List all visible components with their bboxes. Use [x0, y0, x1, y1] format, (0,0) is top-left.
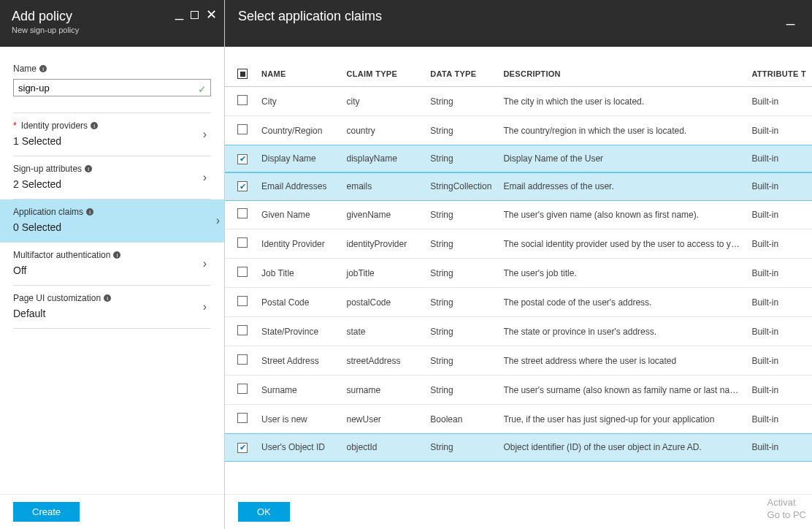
cell-description: Email addresses of the user. — [497, 172, 746, 200]
section-value: Default — [13, 308, 211, 319]
row-checkbox[interactable] — [237, 154, 248, 164]
table-row[interactable]: State/ProvincestateStringThe state or pr… — [225, 317, 812, 346]
section-label-text: Sign-up attributes — [13, 164, 82, 174]
section-label: Application claimsi — [13, 207, 211, 217]
section-label: *Identity providersi — [13, 121, 211, 131]
row-checkbox[interactable] — [237, 384, 248, 394]
col-claim-type[interactable]: CLAIM TYPE — [341, 61, 425, 87]
cell-name: City — [256, 87, 340, 116]
col-data-type[interactable]: DATA TYPE — [424, 61, 497, 87]
table-row[interactable]: SurnamesurnameStringThe user's surname (… — [225, 376, 812, 405]
cell-name: Street Address — [256, 346, 340, 376]
chevron-right-icon: › — [203, 257, 207, 270]
table-row[interactable]: User's Object IDobjectIdStringObject ide… — [225, 434, 812, 462]
row-checkbox[interactable] — [237, 181, 248, 191]
cell-description: The postal code of the user's address. — [497, 288, 746, 317]
left-panel-footer: Create — [0, 494, 224, 529]
table-row[interactable]: Job TitlejobTitleStringThe user's job ti… — [225, 259, 812, 288]
minimize-icon[interactable]: _ — [786, 9, 794, 26]
table-row[interactable]: Street AddressstreetAddressStringThe str… — [225, 346, 812, 376]
cell-data-type: String — [424, 434, 497, 462]
row-checkbox[interactable] — [237, 208, 248, 218]
table-row[interactable]: Email AddressesemailsStringCollectionEma… — [225, 172, 812, 200]
info-icon[interactable]: i — [85, 165, 92, 172]
cell-data-type: String — [424, 259, 497, 288]
minimize-icon[interactable]: _ — [175, 4, 183, 19]
ok-button[interactable]: OK — [238, 502, 290, 522]
name-input[interactable] — [13, 79, 211, 96]
section-label: Page UI customizationi — [13, 293, 211, 303]
cell-data-type: String — [424, 346, 497, 376]
table-row[interactable]: Country/RegioncountryStringThe country/r… — [225, 116, 812, 145]
section-label-text: Application claims — [13, 207, 83, 217]
name-field-label: Name i — [13, 64, 47, 74]
info-icon[interactable]: i — [39, 65, 47, 72]
row-checkbox[interactable] — [237, 237, 248, 248]
cell-attribute: Built-in — [746, 229, 812, 259]
cell-description: The social identity provider used by the… — [497, 229, 746, 259]
section-item[interactable]: Sign-up attributesi2 Selected› — [13, 156, 211, 199]
table-row[interactable]: Identity ProvideridentityProviderStringT… — [225, 229, 812, 259]
cell-description: The state or province in user's address. — [497, 317, 746, 346]
select-all-checkbox[interactable] — [237, 69, 248, 79]
cell-claim-type: objectId — [341, 434, 425, 462]
row-checkbox[interactable] — [237, 296, 248, 306]
table-row[interactable]: User is newnewUserBooleanTrue, if the us… — [225, 405, 812, 434]
col-attribute[interactable]: ATTRIBUTE T — [746, 61, 812, 87]
cell-attribute: Built-in — [746, 116, 812, 145]
row-checkbox[interactable] — [237, 443, 248, 453]
table-row[interactable]: Display NamedisplayNameStringDisplay Nam… — [225, 145, 812, 173]
col-description[interactable]: DESCRIPTION — [497, 61, 746, 87]
cell-claim-type: identityProvider — [341, 229, 425, 259]
cell-attribute: Built-in — [746, 145, 812, 173]
close-icon[interactable]: ✕ — [206, 8, 217, 21]
section-item[interactable]: Multifactor authenticationiOff› — [13, 243, 211, 286]
table-row[interactable]: Given NamegivenNameStringThe user's give… — [225, 200, 812, 229]
cell-claim-type: state — [341, 317, 425, 346]
cell-description: The city in which the user is located. — [497, 87, 746, 116]
row-checkbox[interactable] — [237, 267, 248, 277]
cell-name: User's Object ID — [256, 434, 340, 462]
row-checkbox[interactable] — [237, 325, 248, 335]
row-checkbox[interactable] — [237, 95, 248, 105]
section-value: 1 Selected — [13, 135, 211, 147]
cell-data-type: String — [424, 317, 497, 346]
cell-claim-type: postalCode — [341, 288, 425, 317]
required-asterisk: * — [13, 121, 17, 131]
create-button[interactable]: Create — [13, 502, 80, 522]
cell-name: Country/Region — [256, 116, 340, 145]
cell-claim-type: emails — [341, 172, 425, 200]
cell-attribute: Built-in — [746, 405, 812, 434]
cell-description: Display Name of the User — [497, 145, 746, 173]
chevron-right-icon: › — [203, 300, 207, 313]
section-item[interactable]: Page UI customizationiDefault› — [13, 286, 211, 329]
cell-description: The user's surname (also known as family… — [497, 376, 746, 405]
section-label-text: Identity providers — [21, 121, 88, 131]
table-row[interactable]: CitycityStringThe city in which the user… — [225, 87, 812, 116]
maximize-icon[interactable] — [191, 11, 199, 19]
cell-attribute: Built-in — [746, 317, 812, 346]
name-input-wrap: ✓ — [13, 75, 211, 96]
cell-data-type: String — [424, 116, 497, 145]
info-icon[interactable]: i — [86, 208, 93, 216]
row-checkbox[interactable] — [237, 413, 248, 423]
add-policy-panel: Add policy New sign-up policy _ ✕ Name i… — [0, 0, 225, 529]
row-checkbox[interactable] — [237, 354, 248, 365]
section-item[interactable]: *Identity providersi1 Selected› — [13, 113, 211, 156]
left-panel-body: Name i ✓ *Identity providersi1 Selected›… — [0, 47, 224, 494]
col-name[interactable]: NAME — [256, 61, 340, 87]
section-item[interactable]: Application claimsi0 Selected› — [0, 199, 224, 243]
section-label-text: Page UI customization — [13, 293, 101, 303]
info-icon[interactable]: i — [104, 294, 111, 302]
info-icon[interactable]: i — [91, 122, 98, 129]
cell-name: Identity Provider — [256, 229, 340, 259]
row-checkbox[interactable] — [237, 124, 248, 134]
cell-description: The country/region in which the user is … — [497, 116, 746, 145]
cell-name: User is new — [256, 405, 340, 434]
cell-attribute: Built-in — [746, 288, 812, 317]
cell-description: The user's given name (also known as fir… — [497, 200, 746, 229]
table-row[interactable]: Postal CodepostalCodeStringThe postal co… — [225, 288, 812, 317]
info-icon[interactable]: i — [113, 251, 120, 259]
section-label: Multifactor authenticationi — [13, 250, 211, 260]
cell-claim-type: jobTitle — [341, 259, 425, 288]
